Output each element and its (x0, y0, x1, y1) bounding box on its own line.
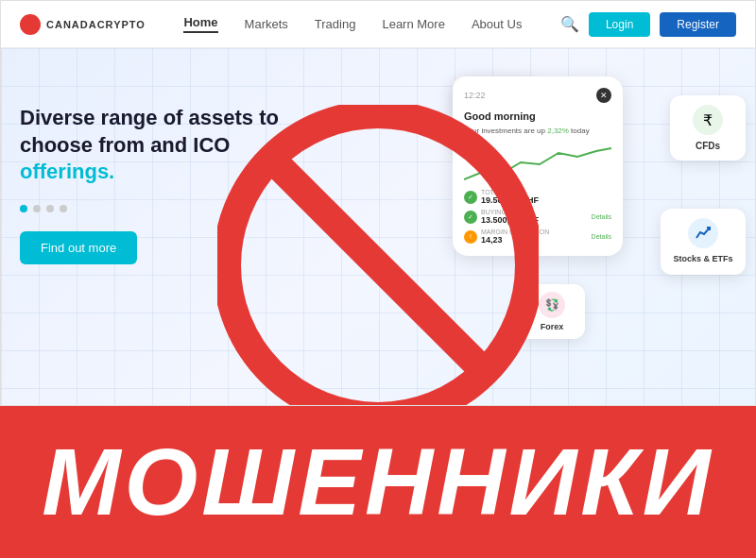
stocks-card: Stocks & ETFs (661, 209, 746, 275)
hero-section: Diverse range of assets to choose from a… (1, 48, 755, 406)
logo-text: CANADACRYPTO (46, 19, 146, 30)
forex-card: 💱 Forex (519, 284, 585, 339)
forex-label: Forex (526, 322, 577, 331)
logo: CANADACRYPTO (20, 14, 146, 35)
margin-row: ! MARGIN UTILIZATION 14,23 Details (464, 228, 611, 245)
buying-details-link[interactable]: Details (592, 213, 611, 220)
website-preview: CANADACRYPTO Home Markets Trading Learn … (0, 0, 756, 406)
dot-1[interactable] (20, 205, 27, 212)
search-icon[interactable]: 🔍 (560, 15, 579, 33)
stocks-label: Stocks & ETFs (670, 254, 736, 265)
phone-card-header: 12:22 ✕ (464, 88, 611, 103)
register-button[interactable]: Register (660, 12, 736, 37)
nav-trading[interactable]: Trading (315, 17, 356, 31)
cfds-card: ₹ CFDs (670, 95, 746, 161)
phone-greeting: Good morning (464, 110, 611, 122)
margin-icon: ! (464, 230, 477, 244)
phone-time: 12:22 (464, 91, 486, 100)
margin-details-link[interactable]: Details (592, 233, 611, 240)
buying-icon: ✓ (464, 211, 477, 224)
total-icon: ✓ (464, 191, 477, 204)
scam-text: МОШЕННИКИ (42, 428, 713, 536)
buying-power-row: ✓ BUYING POWER 13.500,00 CHF Details (464, 209, 611, 225)
carousel-dots (20, 205, 284, 212)
dot-3[interactable] (46, 205, 54, 212)
phone-card: 12:22 ✕ Good morning Your investments ar… (453, 76, 623, 256)
main-nav: Home Markets Trading Learn More About Us (183, 15, 522, 33)
phone-subtext: Your investments are up 2,32% today (464, 126, 611, 136)
dot-4[interactable] (60, 205, 67, 212)
find-out-more-button[interactable]: Find out more (20, 231, 137, 264)
nav-learn-more[interactable]: Learn More (382, 17, 444, 31)
cfds-icon: ₹ (693, 105, 723, 135)
login-button[interactable]: Login (589, 12, 650, 37)
dot-2[interactable] (33, 205, 41, 212)
site-header: CANADACRYPTO Home Markets Trading Learn … (1, 1, 755, 48)
mini-chart (464, 144, 611, 181)
nav-about-us[interactable]: About Us (472, 17, 522, 31)
forex-icon: 💱 (539, 292, 565, 318)
nav-markets[interactable]: Markets (245, 17, 288, 31)
hero-content: Diverse range of assets to choose from a… (20, 105, 284, 264)
close-button[interactable]: ✕ (596, 88, 611, 103)
total-value-row: ✓ TOTAL VALUE 19.500,00 CHF (464, 189, 611, 205)
header-actions: 🔍 Login Register (560, 12, 736, 37)
nav-home[interactable]: Home (183, 15, 217, 33)
hero-cards: ₿ Crypto-asset products 12:22 ✕ Good mor… (349, 67, 746, 388)
stocks-icon (688, 218, 718, 248)
hero-title: Diverse range of assets to choose from a… (20, 105, 284, 186)
cfds-label: CFDs (679, 141, 736, 151)
scam-banner: МОШЕННИКИ (0, 406, 756, 558)
logo-icon (20, 14, 41, 35)
